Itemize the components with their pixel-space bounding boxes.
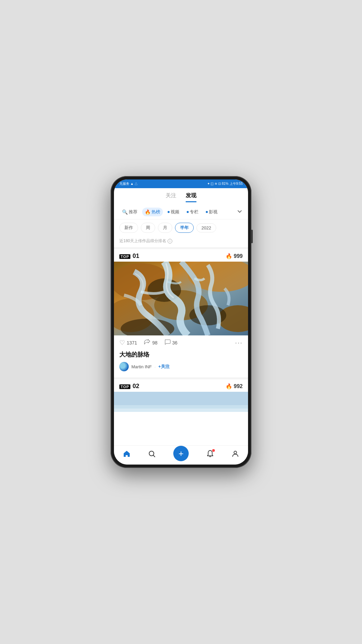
svg-rect-11 — [114, 409, 248, 412]
author-avatar[interactable] — [119, 362, 129, 371]
rank-label-2: TOP 02 — [119, 383, 139, 390]
post-info-1: 大地的脉络 Martin INF · +关注 — [114, 350, 248, 375]
subtitle-text: 近180天上传作品得分排名 i — [119, 238, 243, 244]
nav-notification[interactable] — [206, 450, 214, 460]
svg-line-13 — [154, 455, 155, 457]
cat-hot-label: 热榜 — [152, 209, 160, 215]
rank-header-2: TOP 02 🔥 992 — [114, 379, 248, 392]
column-dot — [187, 211, 189, 213]
cat-movie-label: 影视 — [209, 209, 218, 215]
cat-column-label: 专栏 — [190, 209, 198, 215]
share-action[interactable]: 98 — [144, 339, 158, 346]
info-icon[interactable]: i — [168, 239, 172, 244]
post-image-2[interactable] — [114, 392, 248, 412]
like-count: 1371 — [127, 340, 137, 345]
cat-video-label: 视频 — [171, 209, 179, 215]
comment-action[interactable]: 36 — [164, 339, 178, 346]
aerial-svg — [114, 262, 248, 335]
score-fire-icon: 🔥 — [226, 253, 232, 259]
rank-score-2: 🔥 992 — [226, 383, 243, 389]
subtitle-bar: 近180天上传作品得分排名 i — [114, 236, 248, 249]
svg-point-14 — [234, 451, 237, 454]
share-count: 98 — [152, 340, 158, 345]
comment-count: 36 — [172, 340, 178, 345]
status-bar: 无服务 ▲ △ ✦ ◫ ≋ ⊡ 81% 上午9:55 — [114, 179, 248, 188]
filter-month[interactable]: 月 — [158, 223, 172, 233]
header: 关注 发现 — [114, 188, 248, 205]
rank-top-label-2: TOP — [119, 384, 130, 389]
filter-2022[interactable]: 2022 — [196, 223, 216, 232]
author-name[interactable]: Martin INF — [131, 364, 152, 369]
home-icon — [123, 450, 131, 460]
notification-dot — [212, 449, 215, 452]
score-fire-icon-2: 🔥 — [226, 383, 232, 389]
more-button[interactable]: ··· — [235, 339, 243, 346]
tab-follow[interactable]: 关注 — [166, 192, 176, 202]
video-dot — [168, 211, 170, 213]
score-value-2: 992 — [234, 383, 243, 389]
movie-dot — [206, 211, 208, 213]
heart-icon: ♡ — [119, 339, 125, 346]
expand-categories-button[interactable] — [237, 208, 243, 216]
nav-profile[interactable] — [231, 450, 239, 460]
rank-label-1: TOP 01 — [119, 253, 139, 260]
cat-recommend-label: 推荐 — [129, 209, 137, 215]
post-image-1[interactable] — [114, 262, 248, 335]
bottom-nav: + — [114, 445, 248, 465]
cat-video[interactable]: 视频 — [165, 208, 182, 216]
filter-week[interactable]: 周 — [141, 223, 155, 233]
actions-row-1: ♡ 1371 98 — [114, 335, 248, 350]
rank-num-2: 02 — [132, 383, 139, 390]
add-button[interactable]: + — [173, 446, 189, 461]
cat-recommend[interactable]: 🔍 推荐 — [119, 208, 140, 216]
fire-icon: 🔥 — [145, 209, 150, 215]
tab-discover[interactable]: 发现 — [186, 192, 196, 202]
status-left: 无服务 ▲ △ — [119, 181, 138, 186]
cat-movie[interactable]: 影视 — [203, 208, 220, 216]
filter-half-year[interactable]: 半年 — [175, 223, 194, 233]
nav-add[interactable]: + — [173, 448, 189, 461]
nav-search[interactable] — [148, 450, 156, 460]
search-icon — [148, 450, 156, 460]
time-filter: 新作 周 月 半年 2022 — [114, 219, 248, 236]
scroll-content[interactable]: TOP 01 🔥 999 — [114, 249, 248, 445]
dot-separator: · — [155, 364, 156, 369]
cat-hot[interactable]: 🔥 热榜 — [142, 208, 163, 216]
profile-icon — [231, 450, 239, 460]
category-nav: 🔍 推荐 🔥 热榜 视频 专栏 影视 — [114, 205, 248, 219]
rank-header-1: TOP 01 🔥 999 — [114, 249, 248, 262]
cat-column[interactable]: 专栏 — [184, 208, 201, 216]
share-icon — [144, 339, 150, 346]
like-action[interactable]: ♡ 1371 — [119, 339, 137, 346]
status-right: ✦ ◫ ≋ ⊡ 81% 上午9:55 — [207, 181, 243, 186]
post-title-1: 大地的脉络 — [119, 351, 243, 359]
follow-button[interactable]: +关注 — [158, 364, 170, 370]
rank-top-label: TOP — [119, 254, 130, 259]
author-row: Martin INF · +关注 — [119, 362, 243, 371]
post-card-1: TOP 01 🔥 999 — [114, 249, 248, 375]
rank-num-1: 01 — [132, 253, 139, 260]
subtitle-label: 近180天上传作品得分排名 — [119, 238, 166, 244]
recommend-icon: 🔍 — [122, 209, 128, 215]
filter-new[interactable]: 新作 — [119, 223, 138, 233]
comment-icon — [164, 339, 171, 346]
rank-score-1: 🔥 999 — [226, 253, 243, 259]
post-card-2: TOP 02 🔥 992 — [114, 379, 248, 413]
header-tabs: 关注 发现 — [119, 192, 243, 202]
nav-home[interactable] — [123, 450, 131, 460]
score-value-1: 999 — [234, 253, 243, 259]
avatar-image — [119, 362, 129, 371]
preview-svg — [114, 392, 248, 412]
